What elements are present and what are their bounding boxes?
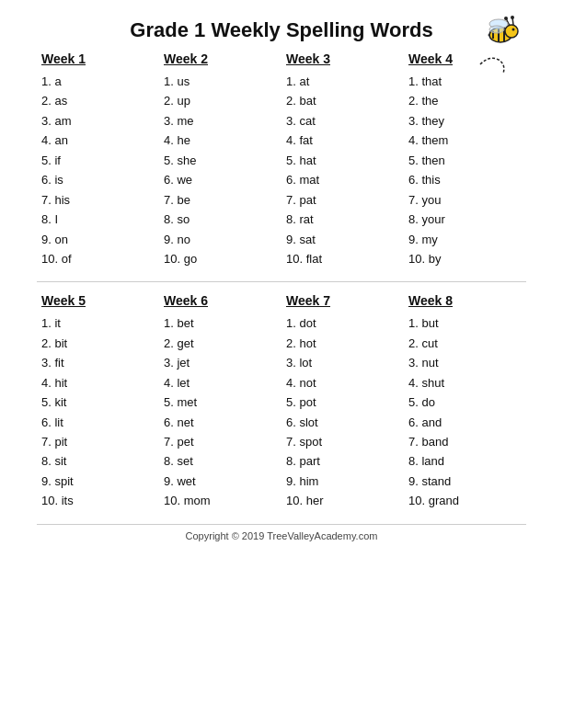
list-item: 9. him [286,472,399,491]
list-item: 5. if [41,151,155,170]
header: Grade 1 Weekly Spelling Words [37,18,526,42]
list-item: 10. mom [164,491,277,510]
list-item: 2. cut [408,334,522,353]
week-7-title: Week 7 [286,293,399,308]
list-item: 2. get [164,334,277,353]
list-item: 4. he [164,131,277,150]
list-item: 3. jet [164,353,277,372]
list-item: 9. my [408,230,522,249]
week-7-list: 1. dot 2. hot 3. lot 4. not 5. pot 6. sl… [286,313,399,510]
list-item: 4. them [408,131,522,150]
list-item: 7. you [408,190,522,210]
list-item: 5. she [164,151,277,170]
list-item: 4. an [41,131,155,150]
list-item: 5. do [408,392,522,412]
week-5-column: Week 5 1. it 2. bit 3. fit 4. hit 5. kit… [37,293,159,510]
list-item: 7. pet [164,432,277,451]
week-2-title: Week 2 [164,51,277,66]
list-item: 3. am [41,111,155,131]
week-1-list: 1. a 2. as 3. am 4. an 5. if 6. is 7. hi… [41,72,155,268]
list-item: 9. sat [286,230,399,249]
list-item: 6. is [41,170,155,189]
list-item: 5. met [164,392,277,412]
list-item: 1. at [286,72,399,91]
list-item: 3. lot [286,353,399,372]
list-item: 1. dot [286,313,399,333]
copyright-text: Copyright © 2019 TreeValleyAcademy.com [186,530,378,541]
list-item: 10. go [164,249,277,268]
footer: Copyright © 2019 TreeValleyAcademy.com [37,524,526,541]
list-item: 7. spot [286,432,399,451]
list-item: 10. by [408,249,522,268]
page-title: Grade 1 Weekly Spelling Words [130,18,432,42]
week-7-column: Week 7 1. dot 2. hot 3. lot 4. not 5. po… [282,293,404,510]
list-item: 5. pot [286,392,399,412]
list-item: 8. your [408,210,522,229]
section-1: Week 1 1. a 2. as 3. am 4. an 5. if 6. i… [37,51,526,268]
weeks-row-2: Week 5 1. it 2. bit 3. fit 4. hit 5. kit… [37,293,526,510]
list-item: 3. nut [408,353,522,372]
list-item: 6. mat [286,170,399,189]
list-item: 7. pat [286,190,399,210]
list-item: 7. band [408,432,522,451]
list-item: 7. be [164,190,277,210]
week-3-list: 1. at 2. bat 3. cat 4. fat 5. hat 6. mat… [286,72,399,268]
week-5-title: Week 5 [41,293,155,308]
list-item: 2. up [164,91,277,110]
bee-icon [453,9,526,83]
list-item: 5. kit [41,392,155,412]
list-item: 10. its [41,491,155,510]
week-6-title: Week 6 [164,293,277,308]
svg-point-11 [489,26,504,33]
list-item: 6. lit [41,413,155,432]
weeks-row-1: Week 1 1. a 2. as 3. am 4. an 5. if 6. i… [37,51,526,268]
svg-point-7 [504,17,508,20]
list-item: 1. but [408,313,522,333]
list-item: 4. shut [408,373,522,392]
list-item: 9. wet [164,472,277,491]
list-item: 5. then [408,151,522,170]
list-item: 2. bat [286,91,399,110]
list-item: 8. land [408,451,522,471]
list-item: 9. stand [408,472,522,491]
list-item: 10. her [286,491,399,510]
week-3-title: Week 3 [286,51,399,66]
list-item: 7. pit [41,432,155,451]
list-item: 4. fat [286,131,399,150]
week-6-column: Week 6 1. bet 2. get 3. jet 4. let 5. me… [159,293,282,510]
list-item: 3. fit [41,353,155,372]
week-5-list: 1. it 2. bit 3. fit 4. hit 5. kit 6. lit… [41,313,155,510]
list-item: 6. we [164,170,277,189]
week-2-column: Week 2 1. us 2. up 3. me 4. he 5. she 6.… [159,51,282,268]
list-item: 5. hat [286,151,399,170]
section-divider [37,281,526,282]
list-item: 8. rat [286,210,399,229]
week-8-list: 1. but 2. cut 3. nut 4. shut 5. do 6. an… [408,313,522,510]
list-item: 6. this [408,170,522,189]
list-item: 1. it [41,313,155,333]
list-item: 3. they [408,111,522,131]
list-item: 6. slot [286,413,399,432]
list-item: 2. the [408,91,522,110]
list-item: 2. bit [41,334,155,353]
section-2: Week 5 1. it 2. bit 3. fit 4. hit 5. kit… [37,293,526,510]
list-item: 9. on [41,230,155,249]
list-item: 3. cat [286,111,399,131]
list-item: 8. part [286,451,399,471]
list-item: 4. not [286,373,399,392]
list-item: 8. sit [41,451,155,471]
list-item: 9. no [164,230,277,249]
week-6-list: 1. bet 2. get 3. jet 4. let 5. met 6. ne… [164,313,277,510]
week-2-list: 1. us 2. up 3. me 4. he 5. she 6. we 7. … [164,72,277,268]
list-item: 6. net [164,413,277,432]
week-3-column: Week 3 1. at 2. bat 3. cat 4. fat 5. hat… [282,51,404,268]
list-item: 4. let [164,373,277,392]
week-8-column: Week 8 1. but 2. cut 3. nut 4. shut 5. d… [404,293,526,510]
page: Grade 1 Weekly Spelling Words [0,0,563,728]
list-item: 1. a [41,72,155,91]
list-item: 4. hit [41,373,155,392]
svg-point-5 [512,28,515,31]
list-item: 10. grand [408,491,522,510]
week-4-list: 1. that 2. the 3. they 4. them 5. then 6… [408,72,522,268]
week-4-column: Week 4 1. that 2. the 3. they 4. them 5.… [404,51,526,268]
